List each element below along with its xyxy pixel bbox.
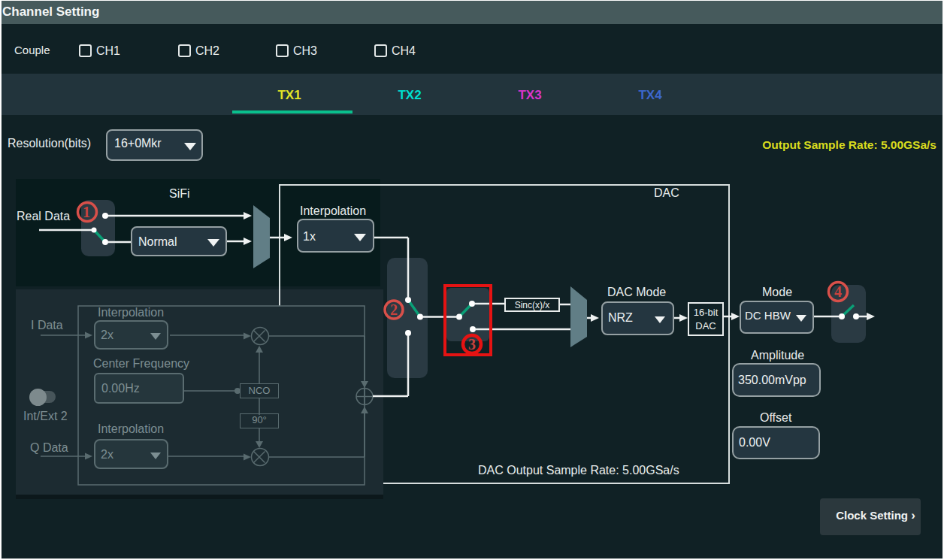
svg-text:4: 4 — [834, 283, 842, 300]
svg-text:3: 3 — [468, 336, 476, 353]
svg-text:2: 2 — [390, 301, 398, 318]
svg-text:1: 1 — [83, 204, 90, 220]
